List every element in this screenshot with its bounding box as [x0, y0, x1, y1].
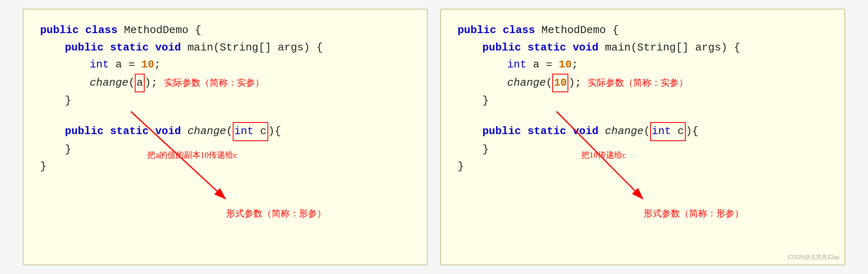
line-class-2: public class MethodDemo {	[458, 22, 828, 39]
highlight-a: a	[135, 74, 145, 93]
line-main-2: public static void main(String[] args) {	[458, 39, 828, 57]
line-change-def: public static void change(int c){	[40, 122, 410, 141]
annotation-formal-1: 形式参数（简称：形参）	[226, 207, 326, 220]
line-close-class-1: }	[40, 158, 410, 175]
line-close-class-2: }	[458, 158, 828, 175]
panel-1: public class MethodDemo { public static …	[23, 9, 428, 265]
line-close-change: }	[40, 141, 410, 159]
code-block-1: public class MethodDemo { public static …	[40, 22, 410, 175]
panel-2: public class MethodDemo { public static …	[440, 9, 845, 265]
line-close-main-2: }	[458, 92, 828, 110]
code-block-2: public class MethodDemo { public static …	[458, 22, 828, 175]
annotation-actual-1: 实际参数（简称：实参）	[164, 77, 264, 88]
watermark: CSDN@去黑亮Clap	[788, 254, 839, 261]
line-change-a: change(a); 实际参数（简称：实参）	[40, 74, 410, 93]
line-close-change-2: }	[458, 141, 828, 159]
line-int-a: int a = 10;	[40, 56, 410, 74]
line-main: public static void main(String[] args) {	[40, 39, 410, 57]
line-change-def-2: public static void change(int c){	[458, 122, 828, 141]
line-int-a-2: int a = 10;	[458, 56, 828, 74]
highlight-int-c-1: int c	[233, 122, 268, 141]
annotation-actual-2: 实际参数（简称：实参）	[588, 77, 688, 88]
line-class: public class MethodDemo {	[40, 22, 410, 39]
annotation-formal-2: 形式参数（简称：形参）	[644, 207, 744, 220]
line-change-10: change(10); 实际参数（简称：实参）	[458, 74, 828, 93]
highlight-10: 10	[552, 74, 568, 93]
line-close-main: }	[40, 92, 410, 110]
highlight-int-c-2: int c	[650, 122, 686, 141]
